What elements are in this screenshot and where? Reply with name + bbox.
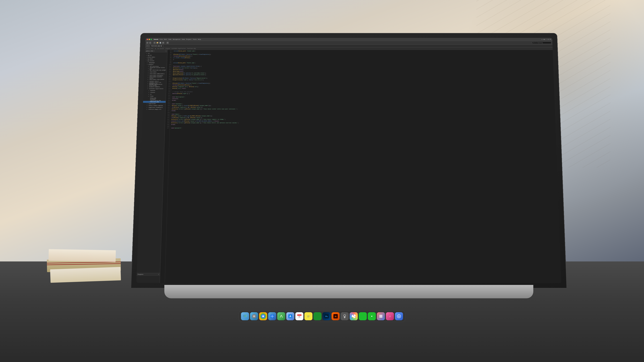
goto-anything-bar[interactable]: Go to Anything <box>532 41 552 44</box>
projects-panel: Projects ⚙ <box>136 273 160 283</box>
tree-item-views[interactable]: views <box>143 95 166 97</box>
tree-item-charitable-amb[interactable]: charitable-ambassadors <box>144 73 166 75</box>
tree-item-plugins[interactable]: plugins <box>144 64 167 65</box>
save-button[interactable]: 💾 <box>159 41 162 44</box>
tree-label: languages <box>149 62 155 63</box>
folder-chevron <box>148 73 149 74</box>
tree-item-custom-reg[interactable]: custom-registration-form-builde... <box>144 84 166 86</box>
dock-system-prefs-icon[interactable] <box>250 312 258 320</box>
tab-functions-php[interactable]: functions.php × <box>150 45 163 47</box>
dock-messages-icon[interactable] <box>359 312 367 320</box>
tab-new[interactable]: + <box>146 45 150 47</box>
run-button[interactable]: ▶ <box>162 41 164 44</box>
app-name-menu[interactable]: Komodo <box>154 39 158 40</box>
tree-item-relative[interactable]: relative-image-urls <box>143 108 165 110</box>
tree-item-extended-reg-php[interactable]: extended-registration.php <box>143 99 166 101</box>
folder-chevron <box>147 105 148 106</box>
code-area[interactable]: include $view_path . 'header.php'; $fiel… <box>165 50 561 283</box>
dock-facetime-icon[interactable] <box>314 312 322 320</box>
folder-chevron <box>148 82 149 84</box>
tree-item-extended-reg[interactable]: extended-registration <box>144 88 166 90</box>
tree-item-charitable[interactable]: charitable <box>144 71 167 73</box>
menu-navigation[interactable]: Navigation <box>173 39 180 40</box>
dock-notes-icon[interactable] <box>304 312 312 320</box>
tab-close-button[interactable]: × <box>160 45 162 46</box>
tree-label: LayerSlider <box>148 103 156 104</box>
code-line-111: $fields = ER_Model::factory('Field')->lo… <box>172 82 553 84</box>
menu-code[interactable]: Code <box>168 39 172 40</box>
code-line-122 <box>172 101 553 103</box>
forward-button[interactable]: ▷ <box>149 41 152 44</box>
dock-imessage-icon[interactable] <box>368 312 376 320</box>
dock-illustrator-icon[interactable]: Ai <box>332 312 340 320</box>
dock-app-store-icon[interactable]: A <box>286 312 294 320</box>
tree-item-charitable-view[interactable]: charitable-view-avatar <box>144 78 166 80</box>
folder-chevron <box>148 84 149 86</box>
tree-item-charitable-license[interactable]: charitable-license-tester <box>144 77 166 78</box>
sidebar-gear-icon[interactable]: ⚙ <box>166 50 166 52</box>
tree-item-really-simple[interactable]: really-simple-captcha <box>143 105 166 106</box>
breadcrumb-1[interactable]: wp <box>155 48 156 49</box>
maximize-button[interactable] <box>150 39 152 40</box>
dock-calendar-icon[interactable]: 31 <box>295 312 304 320</box>
dock-appstore-2-icon[interactable]: A <box>395 312 403 320</box>
back-button[interactable]: ◁ <box>146 41 148 44</box>
folder-chevron-open <box>146 60 147 61</box>
breadcrumb-4[interactable]: extended-registration <box>172 48 186 49</box>
tree-item-layerslider[interactable]: LayerSlider <box>143 103 166 105</box>
tree-item-src[interactable]: src <box>145 53 167 54</box>
menu-tools[interactable]: Tools <box>193 39 196 40</box>
tree-label: wp-bio <box>148 55 152 56</box>
breadcrumb-root[interactable]: public_html <box>146 48 154 49</box>
dock-launchpad-icon[interactable] <box>377 312 385 320</box>
tree-item-regenerate[interactable]: regenerate-thumbnails <box>143 107 166 108</box>
breadcrumb-file[interactable]: functions.php <box>187 48 196 49</box>
svg-text:A: A <box>289 315 291 318</box>
svg-text:♪: ♪ <box>389 315 390 318</box>
tree-item-backend[interactable]: backend <box>144 90 166 91</box>
svg-rect-16 <box>306 314 310 318</box>
code-line-92: include $view_path . 'header.php'; <box>174 50 552 52</box>
line-num-105: 105 <box>167 72 172 74</box>
traffic-lights <box>146 39 152 40</box>
dock-photos-icon[interactable] <box>350 312 358 320</box>
line-num-131: 131 <box>165 117 170 118</box>
menu-help[interactable]: Help <box>198 39 201 40</box>
open-button[interactable]: 📂 <box>156 41 159 44</box>
dock-keychain-icon[interactable] <box>340 312 349 320</box>
tree-item-wp-content[interactable]: wp-content <box>144 60 167 62</box>
menu-file[interactable]: File <box>160 39 163 40</box>
tree-item-classes[interactable]: classes <box>144 91 166 93</box>
close-button[interactable] <box>146 39 148 40</box>
line-num-113: 113 <box>166 86 171 87</box>
debug-button[interactable]: ⚙ <box>166 41 169 44</box>
line-num-104: 104 <box>167 70 172 72</box>
minimize-button[interactable] <box>148 39 150 40</box>
tree-item-wp-bio[interactable]: wp-bio <box>145 54 167 56</box>
menu-project[interactable]: Project <box>186 39 191 40</box>
dock-itunes-icon[interactable]: ♪ <box>386 312 394 320</box>
code-line-130: $field['value'] = safe_get($_POST, $fiel… <box>172 115 554 117</box>
dock-chrome-icon[interactable] <box>259 312 267 320</box>
wifi-icon: ▲ <box>542 39 542 40</box>
menu-view[interactable]: View <box>182 39 185 40</box>
dock-safari-icon[interactable] <box>268 312 276 320</box>
code-line-123: case 'checkbox': <box>172 103 554 105</box>
new-file-button[interactable]: + <box>154 41 156 44</box>
menu-edit[interactable]: Edit <box>164 39 167 40</box>
tab-bar: + functions.php × <box>145 44 552 47</box>
tree-item-js[interactable]: js <box>144 93 166 95</box>
breadcrumb-2[interactable]: wp-content <box>158 48 164 49</box>
tree-item-pfcms[interactable]: pfcms/admin <box>145 56 167 58</box>
svg-rect-2 <box>244 315 246 317</box>
dock-photoshop-icon[interactable]: Ps <box>322 312 330 320</box>
code-editor[interactable]: 92 93 94 95 96 97 98 99 100 101 102 103 <box>160 50 561 283</box>
tree-item-wp-admin[interactable]: wp-admin <box>144 58 167 60</box>
tree-item-amr[interactable]: amr-shortcode-any-widget <box>144 69 167 71</box>
dock-finder-icon[interactable] <box>241 312 249 320</box>
breadcrumb-3[interactable]: plugins <box>166 48 170 49</box>
projects-gear-icon[interactable]: ⚙ <box>158 274 159 275</box>
tree-item-advanced-custom[interactable]: advanced-custom-fields-pro <box>144 67 167 69</box>
dock-maps-icon[interactable] <box>277 312 285 320</box>
tree-item-languages[interactable]: languages <box>144 62 167 64</box>
